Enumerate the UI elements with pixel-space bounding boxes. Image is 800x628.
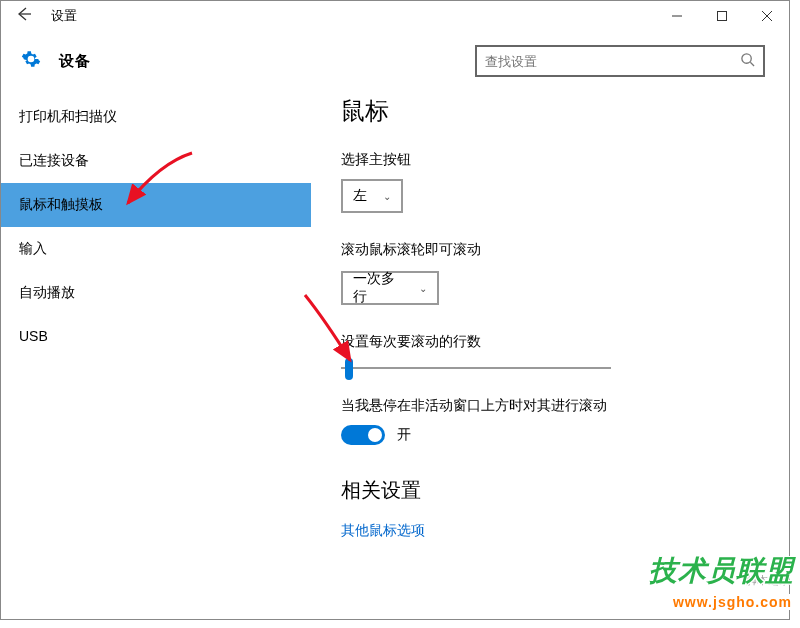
chevron-down-icon: ⌄ — [383, 191, 391, 202]
related-settings-title: 相关设置 — [341, 477, 759, 504]
titlebar-left: 设置 — [15, 5, 77, 27]
inactive-hover-label: 当我悬停在非活动窗口上方时对其进行滚动 — [341, 397, 759, 415]
lines-per-scroll-label: 设置每次要滚动的行数 — [341, 333, 759, 351]
header-left: 设备 — [21, 49, 91, 73]
page-title: 设备 — [59, 52, 91, 71]
svg-point-1 — [742, 53, 751, 62]
primary-button-field: 选择主按钮 左 ⌄ — [341, 151, 759, 213]
scroll-mode-value: 一次多行 — [353, 270, 405, 306]
chevron-down-icon: ⌄ — [419, 283, 427, 294]
settings-window: 设置 设备 打印机和扫描仪 已连接设备 鼠标和触摸板 输入 自动播放 — [0, 0, 790, 620]
lines-per-scroll-slider[interactable] — [341, 367, 611, 369]
section-title: 鼠标 — [341, 95, 759, 127]
scroll-mode-label: 滚动鼠标滚轮即可滚动 — [341, 241, 759, 259]
other-mouse-options-link[interactable]: 其他鼠标选项 — [341, 522, 759, 540]
scroll-mode-select[interactable]: 一次多行 ⌄ — [341, 271, 439, 305]
header-row: 设备 — [1, 31, 789, 95]
inactive-hover-field: 当我悬停在非活动窗口上方时对其进行滚动 开 — [341, 397, 759, 445]
maximize-button[interactable] — [699, 1, 744, 31]
primary-button-value: 左 — [353, 187, 367, 205]
sidebar-item-typing[interactable]: 输入 — [1, 227, 311, 271]
sidebar-item-connected-devices[interactable]: 已连接设备 — [1, 139, 311, 183]
body-area: 打印机和扫描仪 已连接设备 鼠标和触摸板 输入 自动播放 USB 鼠标 选择主按… — [1, 95, 789, 617]
sidebar: 打印机和扫描仪 已连接设备 鼠标和触摸板 输入 自动播放 USB — [1, 95, 311, 617]
window-title: 设置 — [51, 7, 77, 25]
sidebar-item-printers[interactable]: 打印机和扫描仪 — [1, 95, 311, 139]
close-button[interactable] — [744, 1, 789, 31]
sidebar-item-mouse-touchpad[interactable]: 鼠标和触摸板 — [1, 183, 311, 227]
toggle-state: 开 — [397, 426, 411, 444]
search-input[interactable] — [485, 54, 740, 69]
sidebar-item-autoplay[interactable]: 自动播放 — [1, 271, 311, 315]
slider-thumb[interactable] — [345, 358, 353, 380]
lines-per-scroll-field: 设置每次要滚动的行数 — [341, 333, 759, 369]
main-content: 鼠标 选择主按钮 左 ⌄ 滚动鼠标滚轮即可滚动 一次多行 ⌄ 设置每次要滚动的行… — [311, 95, 789, 617]
minimize-button[interactable] — [654, 1, 699, 31]
gear-icon — [21, 49, 41, 73]
search-box[interactable] — [475, 45, 765, 77]
primary-button-select[interactable]: 左 ⌄ — [341, 179, 403, 213]
scroll-mode-field: 滚动鼠标滚轮即可滚动 一次多行 ⌄ — [341, 241, 759, 305]
svg-rect-0 — [717, 12, 726, 21]
primary-button-label: 选择主按钮 — [341, 151, 759, 169]
toggle-row: 开 — [341, 425, 759, 445]
watermark-url: www.jsgho.com — [671, 594, 794, 610]
window-controls — [654, 1, 789, 31]
back-button[interactable] — [15, 5, 33, 27]
watermark-brand: 技术员联盟 — [649, 552, 794, 590]
titlebar: 设置 — [1, 1, 789, 31]
sidebar-item-usb[interactable]: USB — [1, 315, 311, 357]
toggle-knob — [368, 428, 382, 442]
inactive-hover-toggle[interactable] — [341, 425, 385, 445]
search-icon — [740, 52, 755, 71]
